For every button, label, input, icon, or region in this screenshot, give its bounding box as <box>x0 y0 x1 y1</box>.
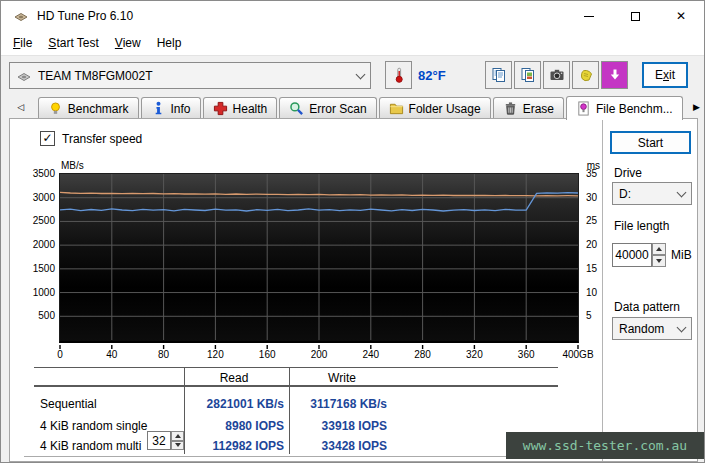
file-bulb-icon <box>576 101 591 116</box>
axis-tick-label: 25 <box>586 215 597 226</box>
watermark: www.ssd-tester.com.au <box>506 432 704 459</box>
exit-button[interactable]: Exit <box>642 62 688 88</box>
drive-selector-combobox[interactable]: TEAM TM8FGM002T <box>9 62 371 89</box>
write-column-header: Write <box>328 371 356 385</box>
axis-tick-label: 160 <box>259 349 276 360</box>
bulb-icon <box>48 101 63 116</box>
tab-scroll-left-button[interactable]: ◁ <box>13 99 28 115</box>
tab-file-benchmark[interactable]: File Benchm... <box>566 96 683 120</box>
y-axis-labels-right: 3530252015105 <box>584 173 608 340</box>
random-multi-read-value: 112982 IOPS <box>174 439 284 453</box>
temperature-button[interactable] <box>385 61 412 89</box>
minimize-button[interactable] <box>566 1 612 31</box>
arrow-up-icon <box>656 247 662 251</box>
row-label-random-multi: 4 KiB random multi <box>40 439 141 453</box>
folder-icon <box>389 101 404 116</box>
stepper-down-button[interactable] <box>652 255 666 267</box>
tab-label: File Benchm... <box>596 102 673 116</box>
axis-tick-label: 35 <box>586 168 597 179</box>
tab-scroll-right-button[interactable]: ▶ <box>689 99 704 115</box>
tab-folder-usage[interactable]: Folder Usage <box>379 97 491 119</box>
menu-item-view[interactable]: View <box>107 33 149 53</box>
tab-health[interactable]: Health <box>203 97 278 119</box>
y-axis-labels-left: 350030002500200015001000500 <box>22 173 55 340</box>
tab-error-scan[interactable]: Error Scan <box>279 97 376 119</box>
magnifier-icon <box>289 101 304 116</box>
axis-tick-label: 10 <box>586 287 597 298</box>
title-bar: HD Tune Pro 6.10 ✕ <box>1 1 704 31</box>
app-icon <box>13 8 29 24</box>
start-button[interactable]: Start <box>610 131 691 154</box>
camera-icon <box>549 67 565 83</box>
copy-text-button[interactable] <box>485 61 512 89</box>
tab-label: Info <box>171 102 191 116</box>
random-single-write-value: 33918 IOPS <box>277 419 387 433</box>
axis-tick-label: 240 <box>362 349 379 360</box>
menu-item-file[interactable]: File <box>5 33 40 53</box>
copy-icon <box>491 67 507 83</box>
tab-label: Folder Usage <box>409 102 481 116</box>
temperature-value: 82°F <box>418 68 446 83</box>
drive-label: Drive <box>614 166 642 180</box>
tab-label: Benchmark <box>68 102 129 116</box>
data-pattern-select[interactable]: Random <box>612 317 692 340</box>
axis-tick-label: 30 <box>586 192 597 203</box>
hard-disk-icon <box>16 68 32 84</box>
close-button[interactable]: ✕ <box>658 1 704 31</box>
tab-info[interactable]: Info <box>141 97 201 119</box>
window-title: HD Tune Pro 6.10 <box>37 9 133 23</box>
menu-item-help[interactable]: Help <box>149 33 190 53</box>
axis-tick-label: 400GB <box>562 349 593 360</box>
axis-tick-label: 2000 <box>33 239 55 250</box>
download-button[interactable] <box>601 61 628 89</box>
data-pattern-value: Random <box>619 322 664 336</box>
file-length-input[interactable]: 40000 <box>612 243 652 267</box>
tab-label: Error Scan <box>309 102 366 116</box>
chart-plot <box>60 174 578 340</box>
read-column-header: Read <box>220 371 249 385</box>
stepper-up-button[interactable] <box>652 243 666 255</box>
donate-button[interactable] <box>572 61 599 89</box>
axis-tick-label: 320 <box>466 349 483 360</box>
sequential-read-value: 2821001 KB/s <box>174 397 284 411</box>
menu-item-start-test[interactable]: Start Test <box>40 33 106 53</box>
axis-tick-label: 500 <box>38 310 55 321</box>
tab-erase[interactable]: Erase <box>493 97 564 119</box>
tab-label: Erase <box>523 102 554 116</box>
toolbar: TEAM TM8FGM002T 82°F Exit <box>1 57 704 95</box>
maximize-button[interactable] <box>612 1 658 31</box>
y-axis-unit-left: MB/s <box>61 160 84 171</box>
random-single-read-value: 8980 IOPS <box>174 419 284 433</box>
benchmark-chart <box>59 173 579 343</box>
menu-bar: File Start Test View Help <box>1 31 704 56</box>
axis-tick-label: 15 <box>586 263 597 274</box>
chevron-down-icon <box>356 69 366 79</box>
download-arrow-icon <box>607 67 623 83</box>
axis-tick-label: 5 <box>586 310 592 321</box>
copy-image-button[interactable] <box>514 61 541 89</box>
thermometer-icon <box>391 67 407 83</box>
axis-tick-label: 40 <box>106 349 117 360</box>
x-axis-labels: 04080120160200240280320360400GB <box>59 349 579 361</box>
table-header-rule <box>34 385 558 387</box>
drive-select[interactable]: D: <box>612 182 692 205</box>
transfer-speed-checkbox[interactable]: ✓ <box>40 131 55 146</box>
donate-hand-icon <box>578 67 594 83</box>
axis-tick-label: 2500 <box>33 215 55 226</box>
axis-tick-label: 1500 <box>33 263 55 274</box>
window-controls: ✕ <box>566 1 704 31</box>
queue-depth-input[interactable]: 32 <box>147 431 171 450</box>
sequential-write-value: 3117168 KB/s <box>277 397 387 411</box>
file-length-label: File length <box>614 219 669 233</box>
tab-benchmark[interactable]: Benchmark <box>38 97 139 119</box>
info-icon <box>151 101 166 116</box>
tab-label: Health <box>233 102 268 116</box>
arrow-up-icon <box>175 434 181 438</box>
axis-tick-label: 3000 <box>33 192 55 203</box>
axis-tick-label: 120 <box>207 349 224 360</box>
file-benchmark-panel: ✓ Transfer speed MB/s ms 350030002500200… <box>9 118 698 462</box>
axis-tick-label: 3500 <box>33 168 55 179</box>
chevron-down-icon <box>677 322 687 332</box>
screenshot-button[interactable] <box>543 61 570 89</box>
transfer-speed-label: Transfer speed <box>62 132 142 146</box>
